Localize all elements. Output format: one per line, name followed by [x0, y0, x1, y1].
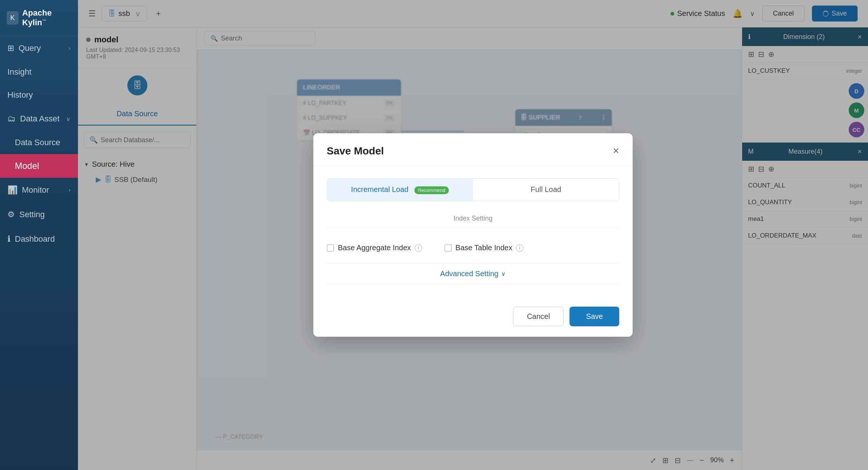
monitor-icon: 📊: [7, 185, 17, 195]
base-aggregate-index-option[interactable]: Base Aggregate Index i: [327, 244, 422, 252]
load-type-tabs: Incremental Load Recommend Full Load: [327, 178, 619, 201]
logo-icon: K: [7, 11, 19, 25]
sidebar-item-monitor[interactable]: 📊 Monitor ›: [0, 178, 78, 202]
save-model-modal: Save Model ✕ Incremental Load Recommend …: [313, 133, 633, 337]
chevron-right-icon: ›: [69, 45, 71, 52]
modal-cancel-button[interactable]: Cancel: [513, 307, 564, 326]
sidebar-item-dashboard[interactable]: ℹ Dashboard: [0, 227, 78, 251]
index-setting-title: Index Setting: [327, 215, 619, 228]
index-options: Base Aggregate Index i Base Table Index …: [327, 236, 619, 263]
modal-overlay: Save Model ✕ Incremental Load Recommend …: [78, 0, 868, 470]
advanced-setting-toggle[interactable]: Advanced Setting ∨: [327, 263, 619, 284]
sidebar-item-data-source[interactable]: Data Source: [0, 131, 78, 154]
sidebar-item-data-asset[interactable]: 🗂 Data Asset ∨: [0, 107, 78, 131]
chevron-down-icon: ∨: [66, 115, 71, 123]
sidebar-item-query[interactable]: ⊞ Query ›: [0, 36, 78, 61]
chevron-right-icon: ›: [69, 187, 71, 193]
main-area: ☰ 🗄 ssb ∨ + Service Status 🔔 ∨ Cancel Sa…: [78, 0, 868, 470]
aggregate-index-info-icon[interactable]: i: [415, 244, 422, 252]
app-title: Apache Kylin™: [22, 8, 71, 27]
recommend-badge: Recommend: [414, 186, 449, 194]
modal-title: Save Model: [327, 145, 384, 157]
table-index-checkbox[interactable]: [444, 244, 452, 252]
modal-header: Save Model ✕: [313, 133, 633, 166]
modal-footer: Cancel Save: [313, 296, 633, 337]
full-load-tab[interactable]: Full Load: [473, 179, 619, 201]
app-logo: K Apache Kylin™: [0, 0, 78, 36]
aggregate-index-checkbox[interactable]: [327, 244, 334, 252]
sidebar: K Apache Kylin™ ⊞ Query › Insight Histor…: [0, 0, 78, 470]
modal-save-button[interactable]: Save: [570, 307, 619, 326]
sidebar-item-insight[interactable]: Insight: [0, 61, 78, 84]
sidebar-item-model[interactable]: Model: [0, 154, 78, 178]
data-asset-icon: 🗂: [7, 114, 16, 124]
query-icon: ⊞: [7, 43, 14, 53]
base-table-index-option[interactable]: Base Table Index i: [444, 244, 523, 252]
modal-close-button[interactable]: ✕: [613, 146, 619, 156]
dashboard-icon: ℹ: [7, 234, 10, 244]
table-index-info-icon[interactable]: i: [516, 244, 523, 252]
sidebar-item-setting[interactable]: ⚙ Setting: [0, 202, 78, 227]
sidebar-item-history[interactable]: History: [0, 84, 78, 107]
modal-body: Incremental Load Recommend Full Load Ind…: [313, 166, 633, 296]
advanced-arrow-icon: ∨: [501, 270, 506, 277]
incremental-load-tab[interactable]: Incremental Load Recommend: [327, 179, 473, 201]
setting-icon: ⚙: [7, 210, 15, 219]
